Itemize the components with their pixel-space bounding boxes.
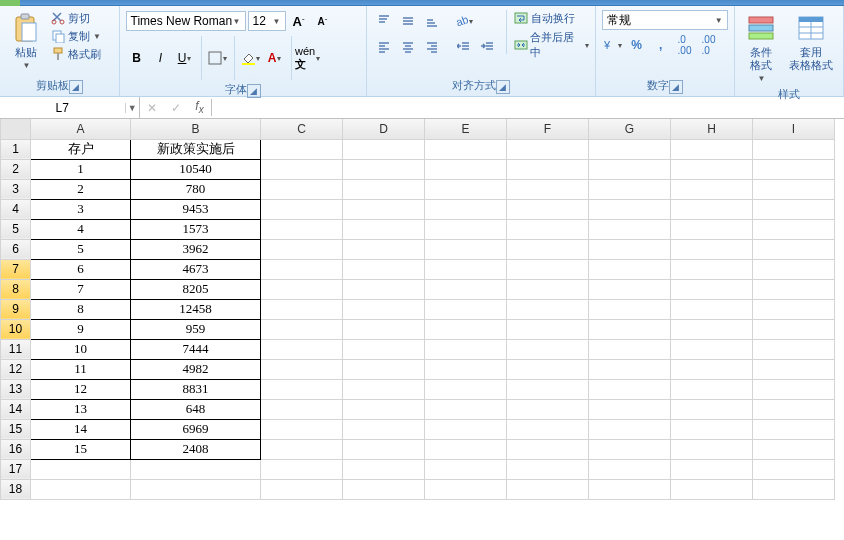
- cell[interactable]: [425, 359, 507, 379]
- cell[interactable]: [753, 459, 835, 479]
- cell[interactable]: [589, 319, 671, 339]
- cell[interactable]: [425, 399, 507, 419]
- cell[interactable]: [589, 299, 671, 319]
- cell[interactable]: [589, 379, 671, 399]
- bold-button[interactable]: B: [126, 47, 148, 69]
- cell[interactable]: [671, 299, 753, 319]
- orientation-button[interactable]: ab▾: [453, 10, 475, 32]
- select-all-corner[interactable]: [1, 119, 31, 139]
- cell[interactable]: [343, 379, 425, 399]
- cell[interactable]: [507, 279, 589, 299]
- cell[interactable]: [507, 459, 589, 479]
- font-size-select[interactable]: 12▼: [248, 11, 286, 31]
- cell[interactable]: [589, 279, 671, 299]
- row-header[interactable]: 13: [1, 379, 31, 399]
- percent-button[interactable]: %: [626, 34, 648, 56]
- cell[interactable]: [589, 339, 671, 359]
- row-header[interactable]: 16: [1, 439, 31, 459]
- cell[interactable]: [507, 359, 589, 379]
- fx-button[interactable]: fx: [188, 99, 212, 115]
- column-header[interactable]: E: [425, 119, 507, 139]
- cell[interactable]: [671, 439, 753, 459]
- cell[interactable]: [753, 479, 835, 499]
- cell[interactable]: [343, 279, 425, 299]
- cell[interactable]: 8: [31, 299, 131, 319]
- cell[interactable]: [507, 239, 589, 259]
- row-header[interactable]: 3: [1, 179, 31, 199]
- align-bottom-button[interactable]: [421, 10, 443, 32]
- border-button[interactable]: ▾: [207, 47, 229, 69]
- conditional-format-button[interactable]: 条件格式 ▼: [741, 10, 781, 85]
- decrease-font-button[interactable]: Aˇ: [312, 10, 334, 32]
- cell[interactable]: [753, 379, 835, 399]
- formula-input[interactable]: [212, 101, 844, 115]
- cell[interactable]: [425, 299, 507, 319]
- cell[interactable]: [343, 399, 425, 419]
- cell[interactable]: [589, 159, 671, 179]
- cell[interactable]: [425, 319, 507, 339]
- cell[interactable]: 959: [131, 319, 261, 339]
- cell[interactable]: [261, 399, 343, 419]
- row-header[interactable]: 15: [1, 419, 31, 439]
- cell[interactable]: [261, 459, 343, 479]
- row-header[interactable]: 8: [1, 279, 31, 299]
- cell[interactable]: [671, 379, 753, 399]
- font-color-button[interactable]: A▾: [264, 47, 286, 69]
- worksheet-grid[interactable]: ABCDEFGHI 1存户新政策实施后211054032780439453541…: [0, 119, 844, 540]
- cell[interactable]: [507, 479, 589, 499]
- cell[interactable]: [589, 179, 671, 199]
- cell[interactable]: [507, 379, 589, 399]
- cell[interactable]: [753, 259, 835, 279]
- cell[interactable]: [343, 219, 425, 239]
- column-header[interactable]: B: [131, 119, 261, 139]
- column-header[interactable]: D: [343, 119, 425, 139]
- cell[interactable]: [589, 459, 671, 479]
- cell[interactable]: [343, 419, 425, 439]
- column-header[interactable]: I: [753, 119, 835, 139]
- cell[interactable]: [507, 179, 589, 199]
- cell[interactable]: [671, 459, 753, 479]
- row-header[interactable]: 10: [1, 319, 31, 339]
- cell[interactable]: [589, 199, 671, 219]
- cell[interactable]: 存户: [31, 139, 131, 159]
- cell[interactable]: [343, 179, 425, 199]
- cell[interactable]: [671, 219, 753, 239]
- comma-button[interactable]: ,: [650, 34, 672, 56]
- cell[interactable]: [753, 199, 835, 219]
- cell[interactable]: [425, 139, 507, 159]
- cell[interactable]: [507, 339, 589, 359]
- cell[interactable]: 8831: [131, 379, 261, 399]
- cell[interactable]: 6: [31, 259, 131, 279]
- align-left-button[interactable]: [373, 36, 395, 58]
- cell[interactable]: 648: [131, 399, 261, 419]
- cell[interactable]: [753, 299, 835, 319]
- cell[interactable]: 780: [131, 179, 261, 199]
- cell[interactable]: [753, 399, 835, 419]
- cell[interactable]: [671, 279, 753, 299]
- number-launcher[interactable]: ◢: [669, 80, 683, 94]
- cell[interactable]: [589, 399, 671, 419]
- cell[interactable]: [753, 239, 835, 259]
- cell[interactable]: [261, 359, 343, 379]
- align-center-button[interactable]: [397, 36, 419, 58]
- cell[interactable]: [343, 359, 425, 379]
- cell[interactable]: [261, 319, 343, 339]
- cell[interactable]: [753, 439, 835, 459]
- cell[interactable]: [425, 479, 507, 499]
- cell[interactable]: [131, 459, 261, 479]
- column-header[interactable]: C: [261, 119, 343, 139]
- cell[interactable]: [343, 319, 425, 339]
- cell[interactable]: [671, 159, 753, 179]
- cell[interactable]: [131, 479, 261, 499]
- cut-button[interactable]: 剪切: [50, 10, 101, 26]
- fill-color-button[interactable]: ▾: [240, 47, 262, 69]
- cell[interactable]: [261, 479, 343, 499]
- cell[interactable]: [671, 239, 753, 259]
- column-header[interactable]: H: [671, 119, 753, 139]
- cell[interactable]: [261, 339, 343, 359]
- cell[interactable]: [425, 199, 507, 219]
- phonetic-button[interactable]: wén文▾: [297, 47, 319, 69]
- cell[interactable]: [425, 159, 507, 179]
- cell[interactable]: 7444: [131, 339, 261, 359]
- cell[interactable]: [343, 299, 425, 319]
